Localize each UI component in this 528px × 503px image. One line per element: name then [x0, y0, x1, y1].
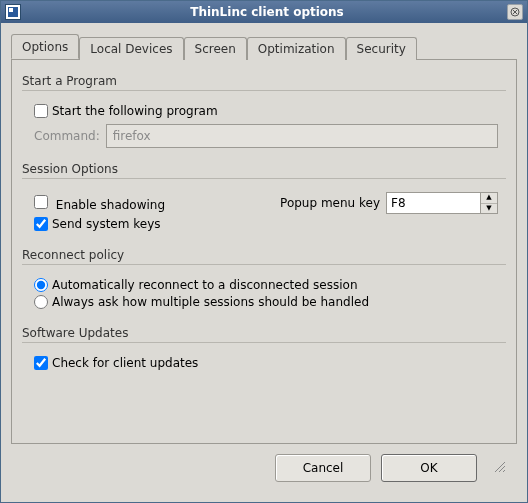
- spinner-down-icon[interactable]: ▼: [481, 204, 497, 214]
- check-updates-checkbox[interactable]: [34, 356, 48, 370]
- tab-security[interactable]: Security: [346, 37, 417, 60]
- close-icon: [510, 7, 520, 17]
- enable-shadowing-checkbox[interactable]: [34, 195, 48, 209]
- client-area: Options Local Devices Screen Optimizatio…: [1, 23, 527, 502]
- window-title: ThinLinc client options: [27, 5, 507, 19]
- reconnect-auto-radio[interactable]: [34, 278, 48, 292]
- tab-options[interactable]: Options: [11, 34, 79, 59]
- start-program-label: Start the following program: [52, 104, 218, 118]
- options-window: ThinLinc client options Options Local De…: [0, 0, 528, 503]
- popup-menu-key-label: Popup menu key: [280, 196, 380, 210]
- tab-local-devices[interactable]: Local Devices: [79, 37, 183, 60]
- group-title-reconnect: Reconnect policy: [22, 248, 506, 262]
- enable-shadowing-label: Enable shadowing: [56, 198, 165, 212]
- command-input: [106, 124, 498, 148]
- cancel-button[interactable]: Cancel: [275, 454, 371, 482]
- reconnect-ask-label: Always ask how multiple sessions should …: [52, 295, 369, 309]
- svg-line-7: [503, 470, 505, 472]
- dialog-footer: Cancel OK: [11, 444, 517, 492]
- popup-menu-key-input[interactable]: [386, 192, 480, 214]
- tab-optimization[interactable]: Optimization: [247, 37, 346, 60]
- group-updates: Check for client updates: [22, 342, 506, 381]
- svg-rect-1: [9, 8, 13, 12]
- group-start-program: Start the following program Command:: [22, 90, 506, 156]
- resize-grip-icon[interactable]: [493, 460, 507, 477]
- titlebar: ThinLinc client options: [1, 1, 527, 23]
- group-title-updates: Software Updates: [22, 326, 506, 340]
- start-program-checkbox[interactable]: [34, 104, 48, 118]
- group-reconnect: Automatically reconnect to a disconnecte…: [22, 264, 506, 320]
- group-title-start-program: Start a Program: [22, 74, 506, 88]
- spinner-up-icon[interactable]: ▲: [481, 193, 497, 204]
- send-system-keys-label: Send system keys: [52, 217, 161, 231]
- group-session: Enable shadowing Popup menu key ▲ ▼ Send…: [22, 178, 506, 242]
- reconnect-auto-label: Automatically reconnect to a disconnecte…: [52, 278, 357, 292]
- group-title-session: Session Options: [22, 162, 506, 176]
- popup-menu-key-field[interactable]: ▲ ▼: [386, 192, 498, 214]
- tabbar: Options Local Devices Screen Optimizatio…: [11, 33, 517, 59]
- app-icon: [5, 4, 21, 20]
- command-label: Command:: [34, 129, 100, 143]
- tab-screen[interactable]: Screen: [184, 37, 247, 60]
- send-system-keys-checkbox[interactable]: [34, 217, 48, 231]
- ok-button[interactable]: OK: [381, 454, 477, 482]
- check-updates-label: Check for client updates: [52, 356, 198, 370]
- reconnect-ask-radio[interactable]: [34, 295, 48, 309]
- close-button[interactable]: [507, 4, 523, 20]
- popup-menu-key-spinner[interactable]: ▲ ▼: [480, 192, 498, 214]
- tab-panel-options: Start a Program Start the following prog…: [11, 59, 517, 444]
